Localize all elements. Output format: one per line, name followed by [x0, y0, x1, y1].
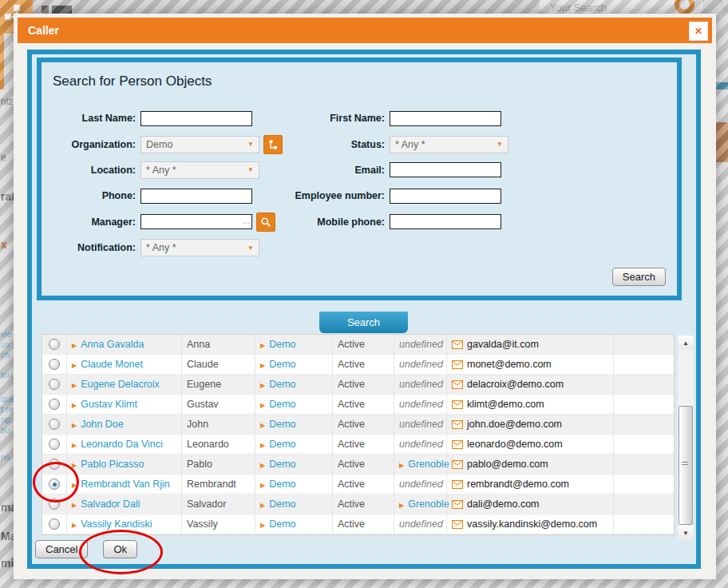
status-select[interactable]: * Any *▼: [390, 136, 508, 153]
notification-selected-value: * Any *: [146, 242, 176, 253]
person-name-link[interactable]: Vassily Kandiski: [81, 518, 152, 530]
table-row: ▶Rembrandt Van RjinRembrandt▶DemoActiveu…: [42, 475, 674, 495]
row-radio[interactable]: [49, 439, 60, 450]
link-arrow-icon: ▶: [260, 502, 265, 509]
person-name-link[interactable]: Gustav Klimt: [81, 399, 137, 410]
organization-link[interactable]: Demo: [269, 339, 295, 350]
email-cell: rembrandt@demo.com: [467, 479, 569, 490]
organization-link[interactable]: Demo: [269, 379, 295, 390]
scroll-up-icon[interactable]: ▲: [678, 336, 694, 350]
person-name-link[interactable]: Eugene Delacroix: [81, 379, 160, 390]
ok-button[interactable]: Ok: [103, 540, 137, 558]
cancel-button[interactable]: Cancel: [35, 540, 88, 558]
organization-link[interactable]: Demo: [269, 518, 295, 530]
envelope-icon: [452, 380, 463, 389]
results-scrollbar[interactable]: ▲ ▼: [678, 336, 694, 540]
email-cell: pablo@demo.com: [467, 459, 548, 470]
organization-link[interactable]: Demo: [269, 499, 295, 510]
row-radio[interactable]: [49, 359, 60, 370]
link-arrow-icon: ▶: [72, 362, 77, 369]
first-name-field[interactable]: [390, 111, 501, 126]
last-name-label: Last Name:: [42, 113, 140, 124]
empty-cell: [613, 435, 674, 454]
email-cell: leonardo@demo.com: [467, 439, 563, 450]
envelope-icon: [452, 520, 463, 529]
envelope-icon: [452, 500, 463, 509]
organization-link[interactable]: Demo: [269, 479, 295, 490]
results-table: ▶Anna GavaldaAnna▶DemoActiveundefinedgav…: [42, 334, 675, 535]
form-row-employee-number: Employee number:: [279, 183, 543, 209]
person-name-link[interactable]: Salvador Dali: [81, 499, 140, 510]
link-arrow-icon: ▶: [72, 522, 77, 529]
location-undefined: undefined: [399, 359, 443, 370]
phone-field[interactable]: [140, 189, 252, 204]
location-select[interactable]: * Any *▼: [140, 161, 259, 179]
status-cell: Active: [332, 355, 394, 374]
scrollbar-thumb[interactable]: [679, 406, 693, 525]
chevron-down-icon: ▼: [247, 244, 254, 252]
row-radio-selected[interactable]: [49, 479, 60, 490]
row-radio[interactable]: [49, 499, 60, 510]
person-name-link[interactable]: Pablo Picasso: [81, 459, 144, 470]
first-name-cell: Vassily: [181, 514, 255, 534]
empty-cell: [613, 514, 674, 534]
organization-selected-value: Demo: [146, 139, 172, 150]
close-icon[interactable]: ✕: [689, 22, 708, 41]
first-name-cell: Rembrandt: [181, 475, 255, 494]
person-name-link[interactable]: Claude Monet: [81, 359, 143, 370]
organization-link[interactable]: Demo: [269, 399, 295, 410]
row-radio[interactable]: [49, 339, 60, 350]
status-cell: Active: [332, 395, 394, 414]
location-link[interactable]: Grenoble: [408, 499, 449, 510]
phone-label: Phone:: [42, 190, 140, 201]
link-arrow-icon: ▶: [260, 442, 265, 449]
mobile-phone-field[interactable]: [390, 214, 501, 229]
scroll-down-icon[interactable]: ▼: [678, 526, 694, 540]
person-name-link[interactable]: John Doe: [81, 419, 124, 430]
row-radio[interactable]: [49, 419, 60, 430]
chevron-down-icon: ▼: [247, 141, 254, 148]
email-cell: klimt@demo.com: [467, 399, 544, 410]
link-arrow-icon: ▶: [399, 462, 404, 469]
organization-link[interactable]: Demo: [269, 459, 295, 470]
row-radio[interactable]: [49, 379, 60, 390]
location-undefined: undefined: [399, 419, 443, 430]
chevron-down-icon: ▼: [247, 166, 254, 173]
person-name-link[interactable]: Anna Gavalda: [81, 339, 144, 350]
form-title: Search for Person Objects: [53, 74, 212, 89]
email-cell: delacroix@demo.com: [467, 379, 564, 390]
row-radio[interactable]: [49, 399, 60, 410]
location-link[interactable]: Grenoble: [408, 459, 449, 470]
empty-cell: [613, 375, 674, 394]
organization-select[interactable]: Demo▼: [140, 136, 259, 153]
email-field[interactable]: [390, 162, 501, 177]
last-name-field[interactable]: [140, 111, 252, 126]
employee-number-field[interactable]: [390, 189, 501, 204]
chevron-down-icon: ▼: [497, 141, 503, 148]
envelope-icon: [452, 460, 463, 469]
dialog-title: Caller: [28, 24, 59, 37]
search-button[interactable]: Search: [612, 268, 666, 286]
table-row: ▶Salvador DaliSalvador▶DemoActive▶Grenob…: [42, 495, 674, 514]
search-tab-button[interactable]: Search: [319, 312, 408, 333]
email-cell: vassily.kandinski@demo.com: [467, 518, 597, 530]
link-arrow-icon: ▶: [260, 402, 265, 409]
row-radio[interactable]: [49, 459, 60, 470]
first-name-cell: Anna: [181, 335, 255, 354]
person-name-link[interactable]: Rembrandt Van Rjin: [81, 479, 170, 490]
organization-link[interactable]: Demo: [269, 439, 295, 450]
row-radio[interactable]: [49, 518, 60, 530]
manager-magnifier-button[interactable]: [256, 213, 275, 232]
envelope-icon: [452, 420, 463, 429]
organization-link[interactable]: Demo: [269, 359, 295, 370]
envelope-icon: [452, 340, 463, 349]
notification-select[interactable]: * Any *▼: [140, 239, 259, 256]
dialog-footer: Cancel Ok: [35, 540, 137, 558]
table-row: ▶Leonardo Da VinciLeonardo▶DemoActiveund…: [42, 435, 674, 455]
person-name-link[interactable]: Leonardo Da Vinci: [81, 439, 163, 450]
organization-link[interactable]: Demo: [269, 419, 295, 430]
dialog-content-frame: Search for Person Objects Last Name:Orga…: [27, 50, 701, 569]
manager-field[interactable]: [140, 214, 252, 229]
status-cell: Active: [332, 415, 394, 434]
link-arrow-icon: ▶: [72, 402, 77, 409]
